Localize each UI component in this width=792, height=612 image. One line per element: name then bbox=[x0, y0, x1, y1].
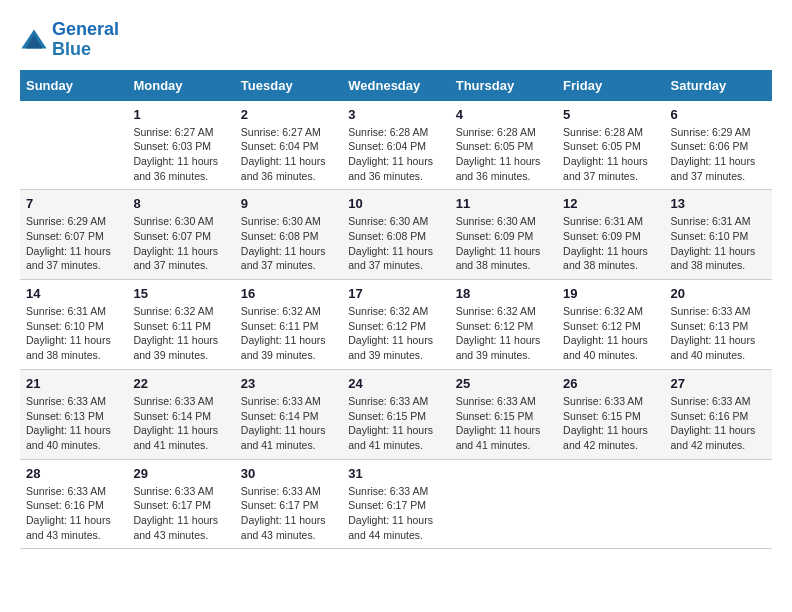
day-number: 15 bbox=[133, 286, 228, 301]
day-number: 16 bbox=[241, 286, 336, 301]
day-number: 4 bbox=[456, 107, 551, 122]
header-day: Thursday bbox=[450, 70, 557, 101]
cell-info: Sunrise: 6:29 AM Sunset: 6:07 PM Dayligh… bbox=[26, 214, 121, 273]
cell-info: Sunrise: 6:29 AM Sunset: 6:06 PM Dayligh… bbox=[671, 125, 766, 184]
cell-info: Sunrise: 6:32 AM Sunset: 6:12 PM Dayligh… bbox=[456, 304, 551, 363]
calendar-cell: 6Sunrise: 6:29 AM Sunset: 6:06 PM Daylig… bbox=[665, 101, 772, 190]
calendar-cell: 12Sunrise: 6:31 AM Sunset: 6:09 PM Dayli… bbox=[557, 190, 664, 280]
calendar-cell: 1Sunrise: 6:27 AM Sunset: 6:03 PM Daylig… bbox=[127, 101, 234, 190]
calendar-week-row: 21Sunrise: 6:33 AM Sunset: 6:13 PM Dayli… bbox=[20, 369, 772, 459]
cell-info: Sunrise: 6:28 AM Sunset: 6:04 PM Dayligh… bbox=[348, 125, 443, 184]
day-number: 26 bbox=[563, 376, 658, 391]
calendar-cell bbox=[450, 459, 557, 549]
calendar-cell: 23Sunrise: 6:33 AM Sunset: 6:14 PM Dayli… bbox=[235, 369, 342, 459]
cell-info: Sunrise: 6:30 AM Sunset: 6:08 PM Dayligh… bbox=[348, 214, 443, 273]
day-number: 17 bbox=[348, 286, 443, 301]
cell-info: Sunrise: 6:33 AM Sunset: 6:15 PM Dayligh… bbox=[348, 394, 443, 453]
cell-info: Sunrise: 6:33 AM Sunset: 6:16 PM Dayligh… bbox=[671, 394, 766, 453]
cell-info: Sunrise: 6:30 AM Sunset: 6:07 PM Dayligh… bbox=[133, 214, 228, 273]
calendar-week-row: 1Sunrise: 6:27 AM Sunset: 6:03 PM Daylig… bbox=[20, 101, 772, 190]
calendar-cell: 5Sunrise: 6:28 AM Sunset: 6:05 PM Daylig… bbox=[557, 101, 664, 190]
day-number: 18 bbox=[456, 286, 551, 301]
day-number: 1 bbox=[133, 107, 228, 122]
day-number: 22 bbox=[133, 376, 228, 391]
cell-info: Sunrise: 6:30 AM Sunset: 6:08 PM Dayligh… bbox=[241, 214, 336, 273]
calendar-cell: 18Sunrise: 6:32 AM Sunset: 6:12 PM Dayli… bbox=[450, 280, 557, 370]
calendar-cell bbox=[557, 459, 664, 549]
day-number: 21 bbox=[26, 376, 121, 391]
calendar-cell: 21Sunrise: 6:33 AM Sunset: 6:13 PM Dayli… bbox=[20, 369, 127, 459]
day-number: 31 bbox=[348, 466, 443, 481]
logo-text: General Blue bbox=[52, 20, 119, 60]
calendar-cell: 7Sunrise: 6:29 AM Sunset: 6:07 PM Daylig… bbox=[20, 190, 127, 280]
header-day: Monday bbox=[127, 70, 234, 101]
calendar-cell: 9Sunrise: 6:30 AM Sunset: 6:08 PM Daylig… bbox=[235, 190, 342, 280]
cell-info: Sunrise: 6:31 AM Sunset: 6:10 PM Dayligh… bbox=[26, 304, 121, 363]
calendar-cell: 15Sunrise: 6:32 AM Sunset: 6:11 PM Dayli… bbox=[127, 280, 234, 370]
calendar-cell: 19Sunrise: 6:32 AM Sunset: 6:12 PM Dayli… bbox=[557, 280, 664, 370]
cell-info: Sunrise: 6:32 AM Sunset: 6:12 PM Dayligh… bbox=[563, 304, 658, 363]
cell-info: Sunrise: 6:32 AM Sunset: 6:12 PM Dayligh… bbox=[348, 304, 443, 363]
day-number: 20 bbox=[671, 286, 766, 301]
day-number: 9 bbox=[241, 196, 336, 211]
cell-info: Sunrise: 6:33 AM Sunset: 6:17 PM Dayligh… bbox=[133, 484, 228, 543]
calendar-cell: 10Sunrise: 6:30 AM Sunset: 6:08 PM Dayli… bbox=[342, 190, 449, 280]
day-number: 19 bbox=[563, 286, 658, 301]
calendar-cell: 26Sunrise: 6:33 AM Sunset: 6:15 PM Dayli… bbox=[557, 369, 664, 459]
cell-info: Sunrise: 6:28 AM Sunset: 6:05 PM Dayligh… bbox=[456, 125, 551, 184]
day-number: 27 bbox=[671, 376, 766, 391]
day-number: 13 bbox=[671, 196, 766, 211]
cell-info: Sunrise: 6:32 AM Sunset: 6:11 PM Dayligh… bbox=[133, 304, 228, 363]
day-number: 5 bbox=[563, 107, 658, 122]
day-number: 12 bbox=[563, 196, 658, 211]
cell-info: Sunrise: 6:33 AM Sunset: 6:16 PM Dayligh… bbox=[26, 484, 121, 543]
day-number: 14 bbox=[26, 286, 121, 301]
cell-info: Sunrise: 6:33 AM Sunset: 6:17 PM Dayligh… bbox=[348, 484, 443, 543]
calendar-cell bbox=[20, 101, 127, 190]
cell-info: Sunrise: 6:27 AM Sunset: 6:04 PM Dayligh… bbox=[241, 125, 336, 184]
cell-info: Sunrise: 6:30 AM Sunset: 6:09 PM Dayligh… bbox=[456, 214, 551, 273]
day-number: 24 bbox=[348, 376, 443, 391]
calendar-week-row: 7Sunrise: 6:29 AM Sunset: 6:07 PM Daylig… bbox=[20, 190, 772, 280]
calendar-cell: 31Sunrise: 6:33 AM Sunset: 6:17 PM Dayli… bbox=[342, 459, 449, 549]
calendar-cell bbox=[665, 459, 772, 549]
calendar-cell: 29Sunrise: 6:33 AM Sunset: 6:17 PM Dayli… bbox=[127, 459, 234, 549]
calendar-cell: 4Sunrise: 6:28 AM Sunset: 6:05 PM Daylig… bbox=[450, 101, 557, 190]
calendar-cell: 25Sunrise: 6:33 AM Sunset: 6:15 PM Dayli… bbox=[450, 369, 557, 459]
logo-icon bbox=[20, 26, 48, 54]
day-number: 28 bbox=[26, 466, 121, 481]
header-row: SundayMondayTuesdayWednesdayThursdayFrid… bbox=[20, 70, 772, 101]
cell-info: Sunrise: 6:33 AM Sunset: 6:17 PM Dayligh… bbox=[241, 484, 336, 543]
cell-info: Sunrise: 6:27 AM Sunset: 6:03 PM Dayligh… bbox=[133, 125, 228, 184]
calendar-table: SundayMondayTuesdayWednesdayThursdayFrid… bbox=[20, 70, 772, 550]
cell-info: Sunrise: 6:28 AM Sunset: 6:05 PM Dayligh… bbox=[563, 125, 658, 184]
header-day: Sunday bbox=[20, 70, 127, 101]
cell-info: Sunrise: 6:33 AM Sunset: 6:15 PM Dayligh… bbox=[456, 394, 551, 453]
header-day: Tuesday bbox=[235, 70, 342, 101]
cell-info: Sunrise: 6:32 AM Sunset: 6:11 PM Dayligh… bbox=[241, 304, 336, 363]
day-number: 3 bbox=[348, 107, 443, 122]
day-number: 6 bbox=[671, 107, 766, 122]
calendar-cell: 16Sunrise: 6:32 AM Sunset: 6:11 PM Dayli… bbox=[235, 280, 342, 370]
calendar-cell: 17Sunrise: 6:32 AM Sunset: 6:12 PM Dayli… bbox=[342, 280, 449, 370]
cell-info: Sunrise: 6:31 AM Sunset: 6:09 PM Dayligh… bbox=[563, 214, 658, 273]
calendar-cell: 28Sunrise: 6:33 AM Sunset: 6:16 PM Dayli… bbox=[20, 459, 127, 549]
header-day: Wednesday bbox=[342, 70, 449, 101]
calendar-week-row: 28Sunrise: 6:33 AM Sunset: 6:16 PM Dayli… bbox=[20, 459, 772, 549]
logo: General Blue bbox=[20, 20, 119, 60]
calendar-cell: 3Sunrise: 6:28 AM Sunset: 6:04 PM Daylig… bbox=[342, 101, 449, 190]
calendar-cell: 11Sunrise: 6:30 AM Sunset: 6:09 PM Dayli… bbox=[450, 190, 557, 280]
calendar-week-row: 14Sunrise: 6:31 AM Sunset: 6:10 PM Dayli… bbox=[20, 280, 772, 370]
calendar-cell: 22Sunrise: 6:33 AM Sunset: 6:14 PM Dayli… bbox=[127, 369, 234, 459]
calendar-cell: 24Sunrise: 6:33 AM Sunset: 6:15 PM Dayli… bbox=[342, 369, 449, 459]
day-number: 29 bbox=[133, 466, 228, 481]
header-day: Friday bbox=[557, 70, 664, 101]
day-number: 2 bbox=[241, 107, 336, 122]
cell-info: Sunrise: 6:33 AM Sunset: 6:13 PM Dayligh… bbox=[671, 304, 766, 363]
day-number: 10 bbox=[348, 196, 443, 211]
day-number: 30 bbox=[241, 466, 336, 481]
calendar-cell: 14Sunrise: 6:31 AM Sunset: 6:10 PM Dayli… bbox=[20, 280, 127, 370]
page-header: General Blue bbox=[20, 20, 772, 60]
day-number: 25 bbox=[456, 376, 551, 391]
cell-info: Sunrise: 6:31 AM Sunset: 6:10 PM Dayligh… bbox=[671, 214, 766, 273]
